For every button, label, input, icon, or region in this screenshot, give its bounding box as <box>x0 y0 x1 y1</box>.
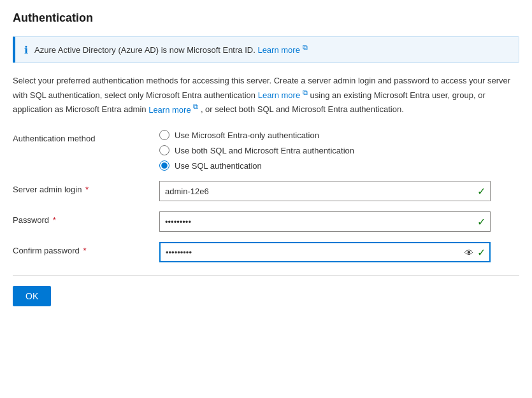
description-learn-more-link-1[interactable]: Learn more ⧉ <box>258 90 310 100</box>
password-input-icons: ✓ <box>477 216 485 228</box>
confirm-password-row: Confirm password * 👁 ✓ <box>13 242 519 262</box>
form-section: Authentication method Use Microsoft Entr… <box>13 130 519 262</box>
required-star-password: * <box>50 215 56 225</box>
login-input-icons: ✓ <box>477 185 485 197</box>
info-icon: ℹ <box>24 44 28 56</box>
external-link-icon-2: ⧉ <box>193 101 198 112</box>
radio-option-entra-only[interactable]: Use Microsoft Entra-only authentication <box>159 130 354 140</box>
required-star-login: * <box>83 185 89 194</box>
radio-both-input[interactable] <box>159 145 169 155</box>
password-row: Password * ✓ <box>13 211 519 232</box>
radio-both-label: Use both SQL and Microsoft Entra authent… <box>175 146 354 155</box>
check-icon-login: ✓ <box>477 185 485 197</box>
auth-method-label: Authentication method <box>13 130 159 143</box>
description-text: Select your preferred authentication met… <box>13 75 519 116</box>
password-input[interactable] <box>159 211 491 232</box>
radio-option-both[interactable]: Use both SQL and Microsoft Entra authent… <box>159 145 354 155</box>
radio-sql-label: Use SQL authentication <box>175 161 262 171</box>
password-wrapper: ✓ <box>159 211 491 232</box>
server-admin-login-row: Server admin login * ✓ <box>13 181 519 201</box>
check-icon-confirm: ✓ <box>477 246 485 259</box>
auth-method-row: Authentication method Use Microsoft Entr… <box>13 130 519 171</box>
confirm-password-label: Confirm password * <box>13 242 159 255</box>
info-banner-text: Azure Active Directory (Azure AD) is now… <box>34 43 308 55</box>
divider <box>13 275 519 276</box>
radio-group: Use Microsoft Entra-only authentication … <box>159 130 354 171</box>
confirm-password-wrapper: 👁 ✓ <box>159 242 491 262</box>
check-icon-password: ✓ <box>477 216 485 228</box>
external-link-icon-1: ⧉ <box>303 87 308 98</box>
server-admin-login-wrapper: ✓ <box>159 181 491 201</box>
page-container: Authentication ℹ Azure Active Directory … <box>0 0 532 319</box>
confirm-password-input[interactable] <box>159 242 491 262</box>
description-learn-more-link-2[interactable]: Learn more ⧉ <box>148 105 201 115</box>
radio-entra-only-input[interactable] <box>159 130 169 140</box>
banner-learn-more-link[interactable]: Learn more ⧉ <box>257 45 307 55</box>
radio-option-sql[interactable]: Use SQL authentication <box>159 160 354 171</box>
server-admin-login-input[interactable] <box>159 181 491 201</box>
page-title: Authentication <box>13 11 519 25</box>
password-label: Password * <box>13 211 159 225</box>
confirm-password-input-icons: 👁 ✓ <box>464 246 485 259</box>
ok-button[interactable]: OK <box>13 286 51 306</box>
server-admin-login-label: Server admin login * <box>13 181 159 194</box>
external-link-icon: ⧉ <box>303 43 308 52</box>
eye-icon[interactable]: 👁 <box>464 247 473 257</box>
radio-entra-only-label: Use Microsoft Entra-only authentication <box>175 131 319 140</box>
required-star-confirm: * <box>81 246 87 255</box>
banner-text-content: Azure Active Directory (Azure AD) is now… <box>34 45 255 55</box>
info-banner: ℹ Azure Active Directory (Azure AD) is n… <box>13 36 519 63</box>
radio-sql-input[interactable] <box>159 160 169 171</box>
